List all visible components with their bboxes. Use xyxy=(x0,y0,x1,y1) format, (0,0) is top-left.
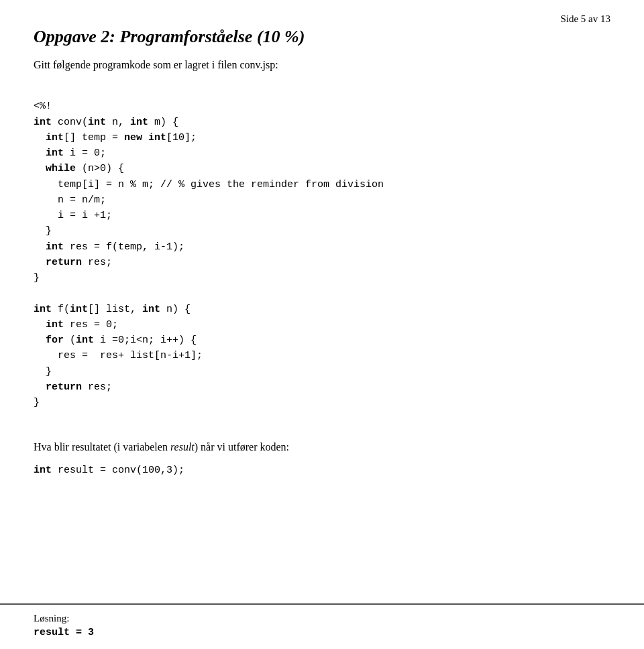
code-line-10: return res; xyxy=(34,257,112,268)
code-line-11: } xyxy=(34,272,40,284)
solution-code: result = 3 xyxy=(34,627,610,638)
question-text: Hva blir resultatet (i variabelen result… xyxy=(34,441,610,453)
code-line-8: } xyxy=(34,225,52,237)
solution-box: Løsning: result = 3 xyxy=(0,603,644,649)
code-line-15: res = res+ list[n-i+1]; xyxy=(34,350,203,361)
task-title: Oppgave 2: Programforståelse (10 %) xyxy=(34,27,610,47)
code-line-9: int res = f(temp, i-1); xyxy=(34,241,184,253)
page-number: Side 5 av 13 xyxy=(560,13,610,25)
intro-text: Gitt følgende programkode som er lagret … xyxy=(34,59,610,71)
code-line-14: for (int i =0;i<n; i++) { xyxy=(34,335,197,346)
code-line-2: int[] temp = new int[10]; xyxy=(34,132,197,143)
code-line-6: n = n/m; xyxy=(34,194,106,206)
code-line-13: int res = 0; xyxy=(34,319,118,331)
page-container: Side 5 av 13 Oppgave 2: Programforståels… xyxy=(0,0,644,649)
question-italic: result xyxy=(170,441,195,453)
code-line-17: return res; xyxy=(34,381,112,393)
code-line-3: int i = 0; xyxy=(34,148,106,159)
code-line-18: } xyxy=(34,397,40,408)
solution-label: Løsning: xyxy=(34,613,610,624)
call-code: int result = conv(100,3); xyxy=(34,463,610,478)
code-line-7: i = i +1; xyxy=(34,210,112,221)
code-line-16: } xyxy=(34,366,52,377)
code-line-4: while (n>0) { xyxy=(34,163,124,174)
code-block: <%! int conv(int n, int m) { int[] temp … xyxy=(34,83,610,426)
code-line-5: temp[i] = n % m; // % gives the reminder… xyxy=(34,179,384,190)
code-line-1: int conv(int n, int m) { xyxy=(34,117,178,128)
code-prefix: <%! xyxy=(34,101,52,112)
code-line-12: int f(int[] list, int n) { xyxy=(34,304,191,315)
